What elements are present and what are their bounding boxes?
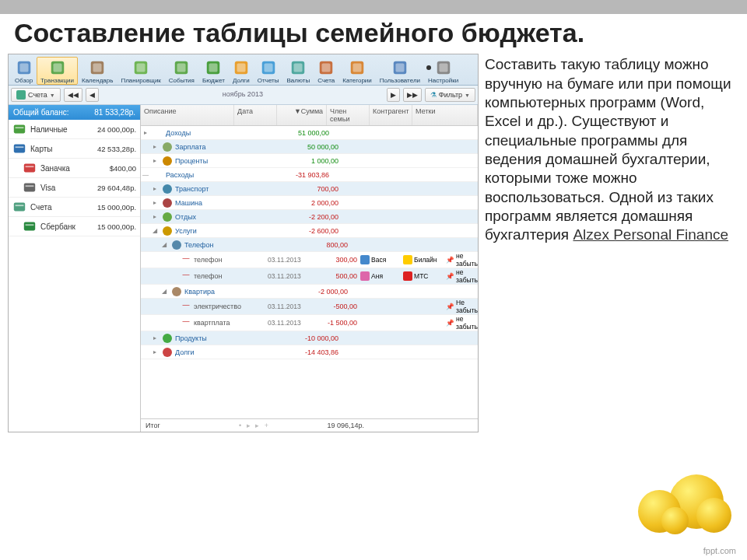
toolbar-transactions-button[interactable]: Транзакции (37, 57, 78, 85)
toolbar-accounts-button[interactable]: Счета (314, 57, 338, 85)
transactions-table: Описание Дата ▼Сумма Член семьи Контраге… (141, 105, 478, 432)
svg-rect-32 (24, 184, 35, 192)
svg-rect-1 (19, 64, 28, 72)
account-item[interactable]: Сбербанк15 000,00р. (9, 217, 140, 236)
table-footer: Итог • ▸ ▸ + 19 096,14р. (141, 418, 478, 432)
pager-icons[interactable]: • ▸ ▸ + (239, 422, 270, 429)
toolbar-currency-button[interactable]: Валюты (282, 57, 314, 85)
table-row[interactable]: ◢Услуги-2 600,00 (141, 224, 478, 238)
table-row[interactable]: —квартплата03.11.2013-1 500,00📌 не забыт… (141, 315, 478, 331)
svg-point-44 (172, 240, 181, 250)
svg-point-43 (163, 226, 172, 236)
account-item[interactable]: Наличные24 000,00р. (9, 120, 140, 139)
prev-button[interactable]: ◀ (86, 88, 99, 102)
month-label: ноябрь 2013 (102, 88, 384, 102)
narrative-text: Составить такую таблицу можно вручную на… (485, 54, 739, 432)
svg-rect-29 (16, 147, 24, 149)
table-row[interactable]: ▸Зарплата50 000,00 (141, 140, 478, 154)
table-row[interactable]: ▸Долги-14 403,86 (141, 345, 478, 359)
svg-point-38 (163, 142, 172, 152)
table-row[interactable]: ▸Проценты1 000,00 (141, 154, 478, 168)
svg-point-45 (172, 287, 181, 296)
svg-rect-5 (93, 64, 102, 72)
svg-rect-36 (24, 222, 35, 231)
table-row[interactable]: —телефон03.11.2013300,00ВасяБилайн📌 не з… (141, 252, 478, 268)
toolbar-budget-button[interactable]: Бюджет (198, 57, 229, 85)
table-row[interactable]: —телефон03.11.2013500,00АняМТС📌 не забыт… (141, 268, 478, 285)
table-row[interactable]: ◢Квартира-2 000,00 (141, 285, 478, 299)
table-row[interactable]: ▸Отдых-2 200,00 (141, 210, 478, 224)
svg-point-41 (163, 198, 172, 208)
svg-point-47 (163, 348, 172, 357)
svg-point-46 (163, 334, 172, 343)
sub-toolbar: Счета▼ ◀◀ ◀ ноябрь 2013 ▶ ▶▶ ⚗Фильтр▼ (9, 86, 478, 105)
accounts-dropdown[interactable]: Счета▼ (11, 88, 61, 102)
account-item[interactable]: Visa29 604,48р. (9, 178, 140, 198)
svg-rect-17 (294, 64, 303, 72)
svg-rect-27 (16, 128, 24, 129)
next-month-button[interactable]: ▶▶ (403, 88, 422, 102)
next-button[interactable]: ▶ (387, 88, 400, 102)
toolbar-events-button[interactable]: События (165, 57, 198, 85)
toolbar-reports-button[interactable]: Отчеты (254, 57, 283, 85)
svg-rect-34 (14, 203, 25, 212)
svg-rect-26 (14, 125, 25, 134)
toolbar-debts-button[interactable]: Долги (229, 57, 254, 85)
svg-point-39 (163, 156, 172, 166)
account-item[interactable]: Заначка$400,00 (9, 159, 140, 178)
main-toolbar: ОбзорТранзакцииКалендарьПланировщикСобыт… (9, 54, 478, 86)
toolbar-users-button[interactable]: Пользователи (376, 57, 424, 85)
toolbar-overview-button[interactable]: Обзор (11, 57, 37, 85)
table-row[interactable]: —электричество03.11.2013-500,00📌 Не забы… (141, 299, 478, 315)
svg-rect-15 (264, 64, 272, 72)
slide-title: Составление таблицы семейного бюджета. (0, 14, 747, 47)
coins-illustration (630, 467, 739, 537)
bullet-icon (426, 65, 431, 70)
table-row[interactable]: —Расходы-31 903,86 (141, 168, 478, 182)
app-window: ОбзорТранзакцииКалендарьПланировщикСобыт… (8, 54, 479, 432)
svg-rect-25 (439, 64, 447, 72)
table-row[interactable]: ▸Доходы51 000,00 (141, 126, 478, 140)
svg-rect-21 (353, 64, 362, 72)
prev-month-button[interactable]: ◀◀ (64, 88, 82, 102)
table-row[interactable]: ▸Машина2 000,00 (141, 196, 478, 210)
table-header: Описание Дата ▼Сумма Член семьи Контраге… (141, 105, 478, 126)
svg-rect-35 (16, 205, 24, 207)
svg-rect-11 (209, 64, 218, 72)
table-row[interactable]: ▸Продукты-10 000,00 (141, 331, 478, 345)
toolbar-settings-button[interactable]: Настройки (424, 57, 462, 85)
svg-rect-31 (26, 166, 34, 168)
svg-rect-23 (395, 64, 404, 72)
table-row[interactable]: ▸Транспорт700,00 (141, 182, 478, 196)
balance-header: Общий баланс: 81 533,28р. (9, 105, 140, 120)
watermark: fppt.com (703, 546, 736, 555)
svg-point-42 (163, 212, 172, 222)
toolbar-planner-button[interactable]: Планировщик (117, 57, 164, 85)
svg-point-40 (163, 184, 172, 194)
account-item[interactable]: Карты42 533,28р. (9, 139, 140, 159)
svg-rect-9 (177, 64, 186, 72)
svg-rect-13 (237, 64, 245, 72)
svg-rect-28 (14, 145, 25, 153)
toolbar-categories-button[interactable]: Категории (338, 57, 376, 85)
svg-rect-7 (137, 64, 146, 72)
svg-rect-37 (26, 225, 34, 226)
filter-button[interactable]: ⚗Фильтр▼ (425, 88, 475, 102)
accounts-sidebar: Общий баланс: 81 533,28р. Наличные24 000… (9, 105, 141, 432)
svg-rect-30 (24, 164, 35, 173)
svg-rect-19 (322, 64, 331, 72)
svg-rect-33 (26, 186, 34, 187)
table-row[interactable]: ◢Телефон800,00 (141, 238, 478, 252)
account-item[interactable]: Счета15 000,00р. (9, 198, 140, 217)
svg-rect-3 (53, 64, 61, 72)
toolbar-calendar-button[interactable]: Календарь (78, 57, 117, 85)
alzex-link[interactable]: Alzex Personal Finance (573, 226, 728, 243)
